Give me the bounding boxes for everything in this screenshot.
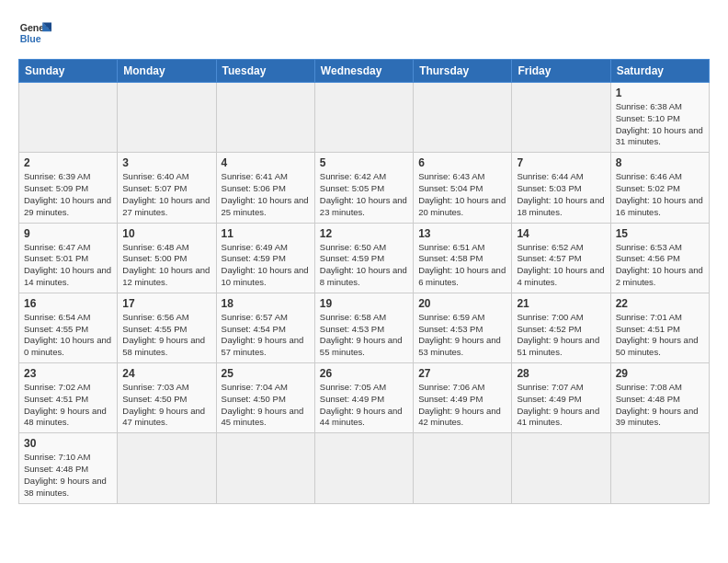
calendar-cell: 2Sunrise: 6:39 AM Sunset: 5:09 PM Daylig… — [19, 153, 118, 223]
day-info: Sunrise: 6:43 AM Sunset: 5:04 PM Dayligh… — [418, 171, 506, 218]
calendar-cell — [610, 433, 709, 503]
calendar-cell: 12Sunrise: 6:50 AM Sunset: 4:59 PM Dayli… — [314, 223, 413, 293]
calendar-week-6: 30Sunrise: 7:10 AM Sunset: 4:48 PM Dayli… — [19, 433, 710, 503]
weekday-header-sunday: Sunday — [19, 60, 118, 83]
day-info: Sunrise: 6:54 AM Sunset: 4:55 PM Dayligh… — [24, 312, 112, 359]
day-info: Sunrise: 7:03 AM Sunset: 4:50 PM Dayligh… — [122, 382, 210, 429]
day-info: Sunrise: 6:53 AM Sunset: 4:56 PM Dayligh… — [616, 242, 704, 289]
day-info: Sunrise: 6:39 AM Sunset: 5:09 PM Dayligh… — [24, 171, 112, 218]
day-info: Sunrise: 7:10 AM Sunset: 4:48 PM Dayligh… — [24, 452, 112, 499]
calendar-cell: 16Sunrise: 6:54 AM Sunset: 4:55 PM Dayli… — [19, 293, 118, 362]
day-number: 17 — [122, 297, 210, 310]
calendar-week-5: 23Sunrise: 7:02 AM Sunset: 4:51 PM Dayli… — [19, 363, 710, 433]
calendar-cell — [414, 433, 512, 503]
weekday-header-monday: Monday — [118, 60, 216, 83]
day-number: 24 — [122, 367, 210, 380]
calendar-cell: 22Sunrise: 7:01 AM Sunset: 4:51 PM Dayli… — [610, 293, 709, 362]
day-info: Sunrise: 6:48 AM Sunset: 5:00 PM Dayligh… — [122, 242, 210, 289]
day-number: 27 — [418, 367, 506, 380]
calendar-cell — [512, 433, 610, 503]
day-number: 9 — [24, 227, 112, 240]
day-number: 23 — [24, 367, 112, 380]
calendar-cell: 11Sunrise: 6:49 AM Sunset: 4:59 PM Dayli… — [216, 223, 314, 293]
calendar-cell: 20Sunrise: 6:59 AM Sunset: 4:53 PM Dayli… — [414, 293, 512, 362]
day-number: 11 — [222, 227, 310, 240]
calendar-cell: 14Sunrise: 6:52 AM Sunset: 4:57 PM Dayli… — [512, 223, 610, 293]
calendar-cell: 26Sunrise: 7:05 AM Sunset: 4:49 PM Dayli… — [314, 363, 413, 433]
day-number: 15 — [616, 227, 704, 240]
day-info: Sunrise: 6:40 AM Sunset: 5:07 PM Dayligh… — [122, 171, 210, 218]
calendar-cell: 7Sunrise: 6:44 AM Sunset: 5:03 PM Daylig… — [512, 153, 610, 223]
calendar-week-3: 9Sunrise: 6:47 AM Sunset: 5:01 PM Daylig… — [19, 223, 710, 293]
day-info: Sunrise: 6:57 AM Sunset: 4:54 PM Dayligh… — [222, 312, 310, 359]
day-number: 21 — [517, 297, 605, 310]
calendar-cell — [314, 83, 413, 153]
day-info: Sunrise: 6:41 AM Sunset: 5:06 PM Dayligh… — [222, 171, 310, 218]
day-number: 12 — [320, 227, 408, 240]
calendar-week-1: 1Sunrise: 6:38 AM Sunset: 5:10 PM Daylig… — [19, 83, 710, 153]
day-info: Sunrise: 7:07 AM Sunset: 4:49 PM Dayligh… — [517, 382, 605, 429]
day-info: Sunrise: 6:58 AM Sunset: 4:53 PM Dayligh… — [320, 312, 408, 359]
day-number: 4 — [222, 156, 310, 169]
calendar-cell — [118, 433, 216, 503]
day-info: Sunrise: 7:08 AM Sunset: 4:48 PM Dayligh… — [616, 382, 704, 429]
header: General Blue — [18, 17, 710, 50]
day-number: 22 — [616, 297, 704, 310]
calendar-cell: 3Sunrise: 6:40 AM Sunset: 5:07 PM Daylig… — [118, 153, 216, 223]
calendar-cell: 13Sunrise: 6:51 AM Sunset: 4:58 PM Dayli… — [414, 223, 512, 293]
calendar-cell: 29Sunrise: 7:08 AM Sunset: 4:48 PM Dayli… — [610, 363, 709, 433]
calendar-cell: 25Sunrise: 7:04 AM Sunset: 4:50 PM Dayli… — [216, 363, 314, 433]
day-info: Sunrise: 6:50 AM Sunset: 4:59 PM Dayligh… — [320, 242, 408, 289]
day-info: Sunrise: 7:01 AM Sunset: 4:51 PM Dayligh… — [616, 312, 704, 359]
calendar-cell: 8Sunrise: 6:46 AM Sunset: 5:02 PM Daylig… — [610, 153, 709, 223]
calendar-cell: 10Sunrise: 6:48 AM Sunset: 5:00 PM Dayli… — [118, 223, 216, 293]
calendar-header-row: SundayMondayTuesdayWednesdayThursdayFrid… — [19, 60, 710, 83]
calendar-week-4: 16Sunrise: 6:54 AM Sunset: 4:55 PM Dayli… — [19, 293, 710, 362]
calendar-cell: 6Sunrise: 6:43 AM Sunset: 5:04 PM Daylig… — [414, 153, 512, 223]
calendar-cell — [118, 83, 216, 153]
calendar-cell: 9Sunrise: 6:47 AM Sunset: 5:01 PM Daylig… — [19, 223, 118, 293]
day-info: Sunrise: 6:47 AM Sunset: 5:01 PM Dayligh… — [24, 242, 112, 289]
day-info: Sunrise: 6:59 AM Sunset: 4:53 PM Dayligh… — [418, 312, 506, 359]
calendar-cell: 28Sunrise: 7:07 AM Sunset: 4:49 PM Dayli… — [512, 363, 610, 433]
day-number: 10 — [122, 227, 210, 240]
day-info: Sunrise: 6:49 AM Sunset: 4:59 PM Dayligh… — [222, 242, 310, 289]
day-info: Sunrise: 6:42 AM Sunset: 5:05 PM Dayligh… — [320, 171, 408, 218]
day-number: 1 — [616, 86, 704, 99]
day-number: 30 — [24, 437, 112, 450]
calendar-cell: 4Sunrise: 6:41 AM Sunset: 5:06 PM Daylig… — [216, 153, 314, 223]
generalblue-logo-icon: General Blue — [18, 17, 51, 50]
svg-text:Blue: Blue — [20, 33, 41, 44]
day-info: Sunrise: 6:46 AM Sunset: 5:02 PM Dayligh… — [616, 171, 704, 218]
day-number: 13 — [418, 227, 506, 240]
calendar-cell: 15Sunrise: 6:53 AM Sunset: 4:56 PM Dayli… — [610, 223, 709, 293]
day-info: Sunrise: 6:44 AM Sunset: 5:03 PM Dayligh… — [517, 171, 605, 218]
day-number: 14 — [517, 227, 605, 240]
day-number: 7 — [517, 156, 605, 169]
day-number: 16 — [24, 297, 112, 310]
day-info: Sunrise: 7:02 AM Sunset: 4:51 PM Dayligh… — [24, 382, 112, 429]
weekday-header-tuesday: Tuesday — [216, 60, 314, 83]
calendar-cell — [19, 83, 118, 153]
weekday-header-saturday: Saturday — [610, 60, 709, 83]
calendar-cell: 5Sunrise: 6:42 AM Sunset: 5:05 PM Daylig… — [314, 153, 413, 223]
day-info: Sunrise: 6:52 AM Sunset: 4:57 PM Dayligh… — [517, 242, 605, 289]
calendar-cell: 27Sunrise: 7:06 AM Sunset: 4:49 PM Dayli… — [414, 363, 512, 433]
day-info: Sunrise: 7:04 AM Sunset: 4:50 PM Dayligh… — [222, 382, 310, 429]
day-number: 19 — [320, 297, 408, 310]
calendar-cell — [512, 83, 610, 153]
day-info: Sunrise: 6:38 AM Sunset: 5:10 PM Dayligh… — [616, 101, 704, 148]
calendar-cell — [216, 433, 314, 503]
calendar-cell: 1Sunrise: 6:38 AM Sunset: 5:10 PM Daylig… — [610, 83, 709, 153]
page: General Blue SundayMondayTuesdayWednesda… — [0, 0, 728, 513]
day-number: 6 — [418, 156, 506, 169]
calendar-cell: 18Sunrise: 6:57 AM Sunset: 4:54 PM Dayli… — [216, 293, 314, 362]
day-number: 25 — [222, 367, 310, 380]
calendar-cell: 24Sunrise: 7:03 AM Sunset: 4:50 PM Dayli… — [118, 363, 216, 433]
calendar-cell — [314, 433, 413, 503]
day-number: 20 — [418, 297, 506, 310]
calendar-cell — [216, 83, 314, 153]
day-number: 26 — [320, 367, 408, 380]
day-info: Sunrise: 7:05 AM Sunset: 4:49 PM Dayligh… — [320, 382, 408, 429]
calendar-cell: 23Sunrise: 7:02 AM Sunset: 4:51 PM Dayli… — [19, 363, 118, 433]
